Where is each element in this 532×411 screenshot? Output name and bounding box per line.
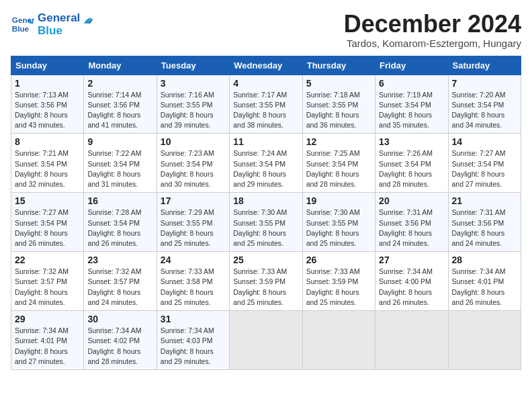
day-info: Sunrise: 7:30 AMSunset: 3:55 PMDaylight:… [233, 208, 298, 248]
calendar-cell: 23Sunrise: 7:32 AMSunset: 3:57 PMDayligh… [84, 252, 157, 311]
calendar-week-row: 1Sunrise: 7:13 AMSunset: 3:56 PMDaylight… [11, 75, 521, 134]
day-number: 1 [15, 78, 80, 89]
calendar-cell: 9Sunrise: 7:22 AMSunset: 3:54 PMDaylight… [84, 134, 157, 193]
calendar-cell: 7Sunrise: 7:20 AMSunset: 3:54 PMDaylight… [448, 75, 521, 134]
day-number: 27 [379, 255, 444, 265]
day-info: Sunrise: 7:32 AMSunset: 3:57 PMDaylight:… [15, 267, 80, 308]
calendar-cell: 17Sunrise: 7:29 AMSunset: 3:55 PMDayligh… [157, 193, 229, 252]
day-info: Sunrise: 7:28 AMSunset: 3:54 PMDaylight:… [87, 208, 152, 248]
header-col-sunday: Sunday [11, 56, 84, 75]
calendar-cell: 24Sunrise: 7:33 AMSunset: 3:58 PMDayligh… [157, 252, 229, 311]
day-number: 26 [306, 255, 371, 265]
day-info: Sunrise: 7:23 AMSunset: 3:54 PMDaylight:… [161, 148, 226, 189]
day-info: Sunrise: 7:27 AMSunset: 3:54 PMDaylight:… [452, 148, 517, 189]
day-info: Sunrise: 7:34 AMSunset: 4:00 PMDaylight:… [379, 267, 444, 308]
day-number: 10 [161, 136, 226, 147]
calendar-table: SundayMondayTuesdayWednesdayThursdayFrid… [11, 56, 521, 370]
calendar-cell: 20Sunrise: 7:31 AMSunset: 3:56 PMDayligh… [375, 193, 448, 252]
page-header: General Blue General Blue December 2024 … [11, 11, 521, 49]
day-info: Sunrise: 7:21 AMSunset: 3:54 PMDaylight:… [15, 148, 80, 189]
calendar-cell: 12Sunrise: 7:25 AMSunset: 3:54 PMDayligh… [302, 134, 375, 193]
calendar-week-row: 8Sunrise: 7:21 AMSunset: 3:54 PMDaylight… [11, 134, 521, 193]
day-number: 25 [233, 255, 298, 265]
day-number: 21 [452, 195, 517, 206]
header-col-friday: Friday [375, 56, 448, 75]
calendar-cell: 3Sunrise: 7:16 AMSunset: 3:55 PMDaylight… [157, 75, 229, 134]
day-number: 12 [306, 136, 371, 147]
day-info: Sunrise: 7:19 AMSunset: 3:54 PMDaylight:… [379, 90, 444, 131]
location-subtitle: Tardos, Komarom-Esztergom, Hungary [344, 38, 521, 49]
calendar-cell: 14Sunrise: 7:27 AMSunset: 3:54 PMDayligh… [448, 134, 521, 193]
day-info: Sunrise: 7:32 AMSunset: 3:57 PMDaylight:… [87, 267, 152, 308]
day-info: Sunrise: 7:20 AMSunset: 3:54 PMDaylight:… [452, 90, 517, 131]
svg-text:Blue: Blue [12, 24, 30, 32]
day-info: Sunrise: 7:29 AMSunset: 3:55 PMDaylight:… [161, 208, 226, 248]
day-number: 19 [306, 195, 371, 206]
header-col-tuesday: Tuesday [157, 56, 229, 75]
calendar-cell: 8Sunrise: 7:21 AMSunset: 3:54 PMDaylight… [11, 134, 84, 193]
day-info: Sunrise: 7:30 AMSunset: 3:55 PMDaylight:… [306, 208, 371, 248]
day-info: Sunrise: 7:33 AMSunset: 3:59 PMDaylight:… [306, 267, 371, 308]
calendar-week-row: 15Sunrise: 7:27 AMSunset: 3:54 PMDayligh… [11, 193, 521, 252]
day-number: 23 [87, 255, 152, 265]
calendar-cell: 15Sunrise: 7:27 AMSunset: 3:54 PMDayligh… [11, 193, 84, 252]
day-info: Sunrise: 7:34 AMSunset: 4:03 PMDaylight:… [161, 326, 226, 367]
day-number: 7 [452, 78, 517, 89]
day-number: 24 [161, 255, 226, 265]
day-info: Sunrise: 7:25 AMSunset: 3:54 PMDaylight:… [306, 148, 371, 189]
day-info: Sunrise: 7:22 AMSunset: 3:54 PMDaylight:… [87, 148, 152, 189]
calendar-cell: 6Sunrise: 7:19 AMSunset: 3:54 PMDaylight… [375, 75, 448, 134]
day-info: Sunrise: 7:18 AMSunset: 3:55 PMDaylight:… [306, 90, 371, 131]
calendar-week-row: 29Sunrise: 7:34 AMSunset: 4:01 PMDayligh… [11, 311, 521, 370]
day-number: 3 [161, 78, 226, 89]
header-col-thursday: Thursday [302, 56, 375, 75]
day-info: Sunrise: 7:27 AMSunset: 3:54 PMDaylight:… [15, 208, 80, 248]
logo-blue: Blue [38, 25, 80, 38]
day-number: 16 [87, 195, 152, 206]
logo-icon: General Blue [11, 12, 35, 36]
calendar-cell: 19Sunrise: 7:30 AMSunset: 3:55 PMDayligh… [302, 193, 375, 252]
calendar-cell: 1Sunrise: 7:13 AMSunset: 3:56 PMDaylight… [11, 75, 84, 134]
day-number: 8 [15, 136, 80, 147]
day-info: Sunrise: 7:31 AMSunset: 3:56 PMDaylight:… [379, 208, 444, 248]
day-info: Sunrise: 7:31 AMSunset: 3:56 PMDaylight:… [452, 208, 517, 248]
day-number: 5 [306, 78, 371, 89]
calendar-cell: 5Sunrise: 7:18 AMSunset: 3:55 PMDaylight… [302, 75, 375, 134]
calendar-cell: 27Sunrise: 7:34 AMSunset: 4:00 PMDayligh… [375, 252, 448, 311]
day-info: Sunrise: 7:13 AMSunset: 3:56 PMDaylight:… [15, 90, 80, 131]
day-number: 4 [233, 78, 298, 89]
calendar-cell [230, 311, 302, 370]
day-number: 30 [87, 314, 152, 324]
day-number: 22 [15, 255, 80, 265]
calendar-cell: 31Sunrise: 7:34 AMSunset: 4:03 PMDayligh… [157, 311, 229, 370]
calendar-cell: 10Sunrise: 7:23 AMSunset: 3:54 PMDayligh… [157, 134, 229, 193]
day-info: Sunrise: 7:33 AMSunset: 3:58 PMDaylight:… [161, 267, 226, 308]
day-number: 28 [452, 255, 517, 265]
calendar-cell [302, 311, 375, 370]
header-col-saturday: Saturday [448, 56, 521, 75]
calendar-cell: 13Sunrise: 7:26 AMSunset: 3:54 PMDayligh… [375, 134, 448, 193]
day-number: 17 [161, 195, 226, 206]
day-number: 6 [379, 78, 444, 89]
day-info: Sunrise: 7:17 AMSunset: 3:55 PMDaylight:… [233, 90, 298, 131]
day-number: 20 [379, 195, 444, 206]
calendar-week-row: 22Sunrise: 7:32 AMSunset: 3:57 PMDayligh… [11, 252, 521, 311]
header-col-monday: Monday [84, 56, 157, 75]
calendar-cell: 30Sunrise: 7:34 AMSunset: 4:02 PMDayligh… [84, 311, 157, 370]
calendar-header-row: SundayMondayTuesdayWednesdayThursdayFrid… [11, 56, 521, 75]
day-number: 2 [87, 78, 152, 89]
calendar-cell: 11Sunrise: 7:24 AMSunset: 3:54 PMDayligh… [230, 134, 302, 193]
calendar-cell: 22Sunrise: 7:32 AMSunset: 3:57 PMDayligh… [11, 252, 84, 311]
calendar-cell: 4Sunrise: 7:17 AMSunset: 3:55 PMDaylight… [230, 75, 302, 134]
month-title: December 2024 [344, 11, 521, 38]
day-number: 9 [87, 136, 152, 147]
header-col-wednesday: Wednesday [230, 56, 302, 75]
day-number: 13 [379, 136, 444, 147]
calendar-cell: 29Sunrise: 7:34 AMSunset: 4:01 PMDayligh… [11, 311, 84, 370]
day-info: Sunrise: 7:24 AMSunset: 3:54 PMDaylight:… [233, 148, 298, 189]
day-number: 29 [15, 314, 80, 324]
calendar-cell: 28Sunrise: 7:34 AMSunset: 4:01 PMDayligh… [448, 252, 521, 311]
logo: General Blue General Blue [11, 11, 93, 37]
day-info: Sunrise: 7:34 AMSunset: 4:02 PMDaylight:… [87, 326, 152, 367]
calendar-cell [448, 311, 521, 370]
